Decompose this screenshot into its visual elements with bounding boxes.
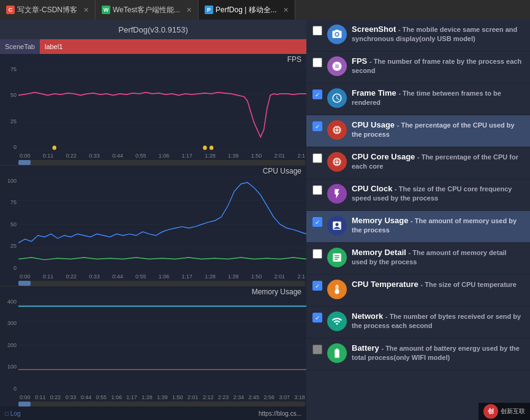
metric-name-cpuclock: CPU Clock - The size of the CPU core fre… <box>352 184 524 203</box>
tab-close-csdn[interactable]: ✕ <box>83 6 89 14</box>
metric-item-cputemp[interactable]: CPU Temperature - The size of CPU temper… <box>306 275 530 307</box>
app-title-bar: PerfDog(v3.0.9153) <box>0 20 306 39</box>
metric-icon-cpuusage <box>327 120 347 140</box>
fps-scrollbar-thumb[interactable] <box>18 160 31 165</box>
main-layout: PerfDog(v3.0.9153) SceneTab label1 FPS 7… <box>0 20 530 420</box>
cpu-scrollbar-thumb[interactable] <box>18 281 31 286</box>
metric-icon-network <box>327 311 347 331</box>
metric-item-network[interactable]: Network - The number of bytes received o… <box>306 307 530 338</box>
metric-item-cpuusage[interactable]: CPU Usage - The percentage of the CPU us… <box>306 115 530 147</box>
metric-icon-fps <box>327 56 347 76</box>
metric-icon-battery <box>327 343 347 363</box>
memory-y-axis: 400 300 200 100 0 <box>0 297 18 393</box>
metric-checkbox-cpucore[interactable] <box>312 153 322 163</box>
metric-name-cpuusage: CPU Usage - The percentage of the CPU us… <box>352 120 524 139</box>
metric-icon-memoryusage <box>327 216 347 235</box>
scene-row: SceneTab label1 <box>0 39 306 54</box>
tab-bar: C 写文章-CSDN博客 ✕ W WeTest客户端性能... ✕ P Perf… <box>0 0 530 20</box>
metric-checkbox-cpuclock[interactable] <box>312 185 322 195</box>
metric-text-cputemp: CPU Temperature - The size of CPU temper… <box>352 280 524 289</box>
metric-item-battery[interactable]: Battery - The amount of battery energy u… <box>306 338 530 370</box>
cpu-chart-container: CPU Usage 100 75 50 25 0 <box>0 166 306 286</box>
metric-checkbox-frametime[interactable] <box>312 90 322 99</box>
memory-svg-area <box>18 297 306 393</box>
fps-svg-area <box>18 65 306 151</box>
tab-label-perfdog: PerfDog | 移动全... <box>216 5 277 15</box>
fps-chart-title: FPS <box>0 54 306 65</box>
cpu-scrollbar[interactable] <box>0 281 306 286</box>
label-value: label1 <box>40 39 306 54</box>
cpu-chart-title: CPU Usage <box>0 166 306 177</box>
metric-item-frametime[interactable]: Frame Time - The time between frames to … <box>306 83 530 115</box>
metric-item-cpuclock[interactable]: CPU Clock - The size of the CPU core fre… <box>306 179 530 211</box>
watermark-text: 创新互联 <box>501 407 525 416</box>
metric-item-memoryusage[interactable]: Memory Usage - The amount of memory used… <box>306 211 530 243</box>
metric-name-screenshot: ScreenShot - The mobile device same scre… <box>352 25 524 44</box>
tab-wetest[interactable]: W WeTest客户端性能... ✕ <box>96 0 199 20</box>
metric-checkbox-memorydetail[interactable] <box>312 249 322 259</box>
tab-icon-csdn: C <box>6 6 15 14</box>
metric-checkbox-battery[interactable] <box>312 345 322 354</box>
fps-chart-container: FPS 75 50 25 0 <box>0 54 306 166</box>
metric-name-memoryusage: Memory Usage - The amount of memory used… <box>352 216 524 235</box>
metric-text-screenshot: ScreenShot - The mobile device same scre… <box>352 25 524 44</box>
tab-icon-wetest: W <box>102 6 110 14</box>
metric-name-memorydetail: Memory Detail - The amount of memory det… <box>352 248 524 267</box>
scene-tab-label: SceneTab <box>0 39 40 54</box>
metric-item-screenshot[interactable]: ScreenShot - The mobile device same scre… <box>306 20 530 52</box>
metric-checkbox-network[interactable] <box>312 313 322 323</box>
memory-usage-icon <box>331 220 343 231</box>
cpu-core-icon <box>331 156 343 167</box>
memory-detail-icon <box>331 252 343 263</box>
metric-text-fps: FPS - The number of frame rate by the pr… <box>352 56 524 75</box>
metric-name-battery: Battery - The amount of battery energy u… <box>352 343 524 362</box>
metric-icon-frametime <box>327 88 347 108</box>
metric-item-memorydetail[interactable]: Memory Detail - The amount of memory det… <box>306 243 530 275</box>
svg-point-4 <box>53 146 56 150</box>
status-url: https://blog.cs... <box>259 410 301 417</box>
metric-icon-memorydetail <box>327 248 347 267</box>
cpu-svg-area <box>18 177 306 272</box>
metric-checkbox-memoryusage[interactable] <box>312 217 322 227</box>
fps-icon <box>331 61 343 72</box>
network-icon <box>331 316 343 327</box>
cpu-svg <box>18 177 306 272</box>
svg-point-5 <box>203 146 206 150</box>
metric-checkbox-cpuusage[interactable] <box>312 121 322 131</box>
metric-text-battery: Battery - The amount of battery energy u… <box>352 343 524 362</box>
frametime-icon <box>331 93 343 104</box>
memory-scrollbar-track[interactable] <box>18 402 305 407</box>
metric-checkbox-screenshot[interactable] <box>312 26 322 36</box>
cpu-clock-icon <box>331 188 343 199</box>
metric-item-cpucore[interactable]: CPU Core Usage - The percentage of the C… <box>306 147 530 179</box>
tab-perfdog[interactable]: P PerfDog | 移动全... ✕ <box>199 0 295 20</box>
metric-name-network: Network - The number of bytes received o… <box>352 311 524 330</box>
memory-scrollbar[interactable] <box>0 402 306 407</box>
cpu-x-labels: 0:00 0:11 0:22 0:33 0:44 0:55 1:06 1:17 … <box>18 273 306 280</box>
cpu-temp-icon <box>331 284 343 295</box>
metric-checkbox-fps[interactable] <box>312 58 322 67</box>
memory-scrollbar-thumb[interactable] <box>18 402 31 407</box>
tab-icon-perfdog: P <box>205 6 213 14</box>
camera-icon <box>331 29 343 40</box>
cpu-scrollbar-track[interactable] <box>18 281 305 286</box>
metric-icon-cputemp <box>327 280 347 299</box>
fps-scrollbar-track[interactable] <box>18 160 305 165</box>
tab-csdn[interactable]: C 写文章-CSDN博客 ✕ <box>0 0 96 20</box>
metric-text-cpucore: CPU Core Usage - The percentage of the C… <box>352 152 524 171</box>
tab-close-wetest[interactable]: ✕ <box>186 6 192 14</box>
metric-text-network: Network - The number of bytes received o… <box>352 311 524 330</box>
metric-item-fps[interactable]: FPS - The number of frame rate by the pr… <box>306 52 530 83</box>
watermark: 创 创新互联 <box>479 403 530 420</box>
cpu-chart-area: 100 75 50 25 0 <box>0 177 306 272</box>
metric-checkbox-cputemp[interactable] <box>312 281 322 291</box>
cpu-x-axis: 0:00 0:11 0:22 0:33 0:44 0:55 1:06 1:17 … <box>0 272 306 281</box>
metrics-panel: ScreenShot - The mobile device same scre… <box>306 20 530 420</box>
fps-scrollbar[interactable] <box>0 160 306 165</box>
battery-icon <box>331 348 343 359</box>
metric-text-memorydetail: Memory Detail - The amount of memory det… <box>352 248 524 267</box>
metric-icon-cpuclock <box>327 184 347 204</box>
tab-label-csdn: 写文章-CSDN博客 <box>17 5 77 15</box>
memory-x-axis: 0:00 0:11 0:22 0:33 0:44 0:55 1:06 1:17 … <box>0 393 306 402</box>
tab-close-perfdog[interactable]: ✕ <box>283 6 289 14</box>
